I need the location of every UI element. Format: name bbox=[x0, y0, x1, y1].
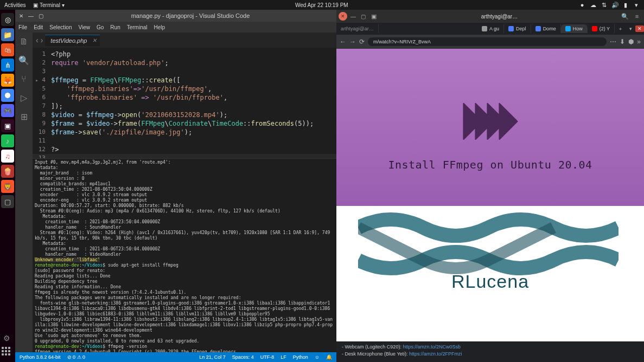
terminal-panel[interactable]: Input #0, mov,mp4,m4a,3gp,3g2,mj2, from … bbox=[33, 158, 336, 352]
dock-popcorn-icon[interactable]: 🍿 bbox=[1, 165, 14, 178]
url-input[interactable]: m/watch?v=NRIVrZ_BvwA bbox=[368, 37, 607, 46]
nav-back-icon[interactable]: ‹ bbox=[36, 36, 39, 44]
dock-brave-icon[interactable]: 🦁 bbox=[1, 180, 14, 193]
menu-help[interactable]: Help bbox=[154, 24, 165, 30]
gnome-topbar: Activities ▣ Terminal ▾ Wed Apr 22 10:19… bbox=[0, 0, 644, 10]
menu-selection[interactable]: Selection bbox=[49, 24, 72, 30]
minimize-icon[interactable]: — bbox=[349, 12, 357, 20]
browser-tab[interactable]: A gu bbox=[477, 24, 504, 33]
battery-icon[interactable]: ▮ bbox=[622, 2, 629, 9]
status-problems[interactable]: ⊘ 0 ⚠ 0 bbox=[67, 354, 86, 360]
maximize-icon[interactable]: ▢ bbox=[359, 12, 367, 20]
status-eol[interactable]: LF bbox=[280, 354, 286, 360]
dock-discord-icon[interactable]: 🎮 bbox=[1, 104, 14, 117]
browser-viewport: Install FFmpeg on Ubuntu 20.04 RLucena -… bbox=[336, 49, 644, 362]
dock-obs-icon[interactable]: ◎ bbox=[1, 13, 14, 26]
status-python[interactable]: Python 3.8.2 64-bit bbox=[20, 354, 61, 360]
editor-tabs: ‹ › testVideo.php ✕ bbox=[33, 33, 336, 48]
dock-terminal-icon[interactable]: ▣ bbox=[1, 119, 14, 132]
vscode-window: ✕ — ▢ manage.py - djangoproj - Visual St… bbox=[15, 10, 336, 362]
activities-button[interactable]: Activities bbox=[4, 2, 25, 8]
browser-tab[interactable]: How bbox=[561, 24, 588, 33]
terminal-menu[interactable]: ▣ Terminal ▾ bbox=[33, 2, 64, 8]
maximize-button[interactable]: ▢ bbox=[37, 12, 44, 20]
browser-toolbar: ← → ⟳ m/watch?v=NRIVrZ_BvwA ⋯ ⬇ ⬢ » bbox=[336, 35, 644, 49]
dock-app-icon[interactable]: ▢ bbox=[1, 195, 14, 208]
overlay-titlebar: ✕ — ▢ ▣ arthtyagi@ar… 🔍 ≡ bbox=[336, 10, 644, 23]
menu-icon[interactable]: ≡ bbox=[632, 11, 642, 21]
debug-icon[interactable]: ▷ bbox=[21, 93, 27, 103]
menu-go[interactable]: Go bbox=[97, 24, 104, 30]
editor-tab[interactable]: testVideo.php ✕ bbox=[45, 35, 100, 46]
secondary-terminal-tab[interactable]: arthtyagi@ar… bbox=[336, 24, 379, 33]
status-lang[interactable]: Python bbox=[293, 354, 308, 360]
git-icon[interactable]: ⑂ bbox=[21, 74, 27, 84]
record-icon[interactable]: ● bbox=[579, 2, 585, 9]
dock-apps-grid-icon[interactable] bbox=[2, 347, 14, 359]
tabs-dropdown-icon[interactable]: ▾ bbox=[626, 26, 635, 31]
close-button[interactable]: ✕ bbox=[17, 12, 25, 20]
status-bar: Python 3.8.2 64-bit ⊘ 0 ⚠ 0 Ln 21, Col 7… bbox=[15, 352, 336, 362]
menu-terminal[interactable]: Terminal bbox=[127, 24, 148, 30]
browser-tab[interactable]: (2) Y bbox=[588, 24, 615, 33]
channel-name: RLucena bbox=[336, 271, 644, 292]
browser-tab[interactable]: Depl bbox=[504, 24, 531, 33]
search-icon[interactable]: 🔍 bbox=[620, 11, 630, 21]
clock[interactable]: Wed Apr 22 10:19 PM bbox=[65, 2, 579, 8]
dock-vscode-icon[interactable]: ⋔ bbox=[1, 59, 14, 72]
menu-edit[interactable]: Edit bbox=[34, 24, 43, 30]
tab-close-icon[interactable]: ✕ bbox=[92, 37, 97, 43]
status-spaces[interactable]: Spaces: 4 bbox=[232, 354, 254, 360]
nav-fwd-icon[interactable]: › bbox=[41, 36, 43, 44]
extensions-icon[interactable]: ⊞ bbox=[21, 112, 28, 122]
forward-icon[interactable]: » bbox=[637, 38, 641, 46]
menu-file[interactable]: File bbox=[18, 24, 27, 30]
video-description: - Webcam (Logitech C920): https://amzn.t… bbox=[336, 341, 644, 362]
launcher-dock: ◎ 📁 🛍 ⋔ 🦊 🎮 ▣ ♪ ♫ 🍿 🦁 ▢ ⚙ bbox=[0, 10, 15, 362]
video-title: Install FFmpeg on Ubuntu 20.04 bbox=[388, 158, 592, 171]
more-icon[interactable]: ⋯ bbox=[610, 38, 616, 46]
activity-bar: 🗎 🔍 ⑂ ▷ ⊞ bbox=[15, 33, 33, 352]
power-icon[interactable]: ▾ bbox=[633, 2, 640, 9]
video-thumbnail[interactable]: Install FFmpeg on Ubuntu 20.04 bbox=[336, 49, 644, 206]
dock-music-icon[interactable]: ♫ bbox=[1, 150, 14, 163]
reload-icon[interactable]: ⟳ bbox=[359, 38, 365, 46]
dock-settings-icon[interactable]: ⚙ bbox=[0, 332, 13, 345]
overlay-title: arthtyagi@ar… bbox=[381, 14, 618, 20]
explorer-icon[interactable]: 🗎 bbox=[20, 37, 28, 47]
search-icon[interactable]: 🔍 bbox=[18, 55, 29, 66]
dock-chrome-icon[interactable] bbox=[1, 89, 14, 102]
vscode-titlebar: ✕ — ▢ manage.py - djangoproj - Visual St… bbox=[15, 10, 336, 22]
tab-label: testVideo.php bbox=[50, 37, 87, 44]
browser-tabstrip: arthtyagi@ar… A guDeplDomeHow(2) Y ＋ ▾ ✕ bbox=[336, 23, 644, 35]
minimize-button[interactable]: — bbox=[27, 12, 35, 20]
status-feedback-icon[interactable]: ☺ bbox=[315, 354, 320, 360]
dock-firefox-icon[interactable]: 🦊 bbox=[1, 74, 14, 87]
nav-back-icon[interactable]: ← bbox=[340, 38, 346, 46]
code-editor[interactable]: 1<?php2require 'vendor/autoload.php';3▸ … bbox=[33, 48, 336, 158]
vscode-menubar: FileEditSelectionViewGoRunTerminalHelp bbox=[15, 22, 336, 33]
shield-icon[interactable]: ⬢ bbox=[628, 38, 634, 46]
nav-fwd-icon[interactable]: → bbox=[349, 38, 356, 46]
dock-spotify-icon[interactable]: ♪ bbox=[1, 134, 14, 147]
window-close-icon[interactable]: ✕ bbox=[635, 25, 644, 32]
menu-view[interactable]: View bbox=[79, 24, 91, 30]
new-tab-button[interactable]: ＋ bbox=[615, 25, 626, 33]
status-encoding[interactable]: UTF-8 bbox=[260, 354, 275, 360]
ffmpeg-logo-icon bbox=[461, 100, 520, 143]
terminal-overlay-window: ✕ — ▢ ▣ arthtyagi@ar… 🔍 ≡ arthtyagi@ar… … bbox=[336, 10, 644, 362]
dock-files-icon[interactable]: 📁 bbox=[1, 28, 14, 41]
close-icon[interactable]: ✕ bbox=[339, 12, 347, 21]
window-title: manage.py - djangoproj - Visual Studio C… bbox=[47, 12, 334, 19]
cloud-icon[interactable]: ☁ bbox=[590, 2, 596, 9]
download-icon[interactable]: ⬇ bbox=[620, 38, 625, 46]
volume-icon[interactable]: 🔊 bbox=[611, 2, 618, 9]
status-position[interactable]: Ln 21, Col 7 bbox=[199, 354, 226, 360]
new-window-icon[interactable]: ▣ bbox=[369, 11, 379, 21]
status-bell-icon[interactable]: 🔔 bbox=[326, 354, 332, 360]
browser-tab[interactable]: Dome bbox=[531, 24, 561, 33]
menu-run[interactable]: Run bbox=[110, 24, 120, 30]
dock-store-icon[interactable]: 🛍 bbox=[1, 43, 14, 56]
wifi-icon[interactable]: ⇅ bbox=[601, 2, 607, 9]
